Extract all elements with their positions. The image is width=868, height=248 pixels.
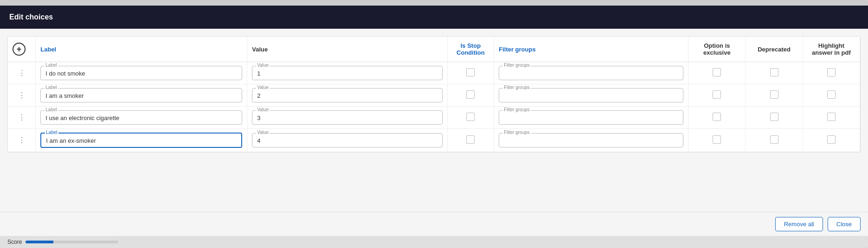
value-cell: Value [247, 84, 447, 107]
exclusive-cell [688, 84, 746, 107]
score-bar-container: Score [7, 239, 118, 245]
top-bar [0, 0, 868, 6]
highlight-checkbox[interactable] [827, 113, 836, 121]
exclusive-cell [688, 129, 746, 152]
highlight-cell [803, 129, 860, 152]
value-input[interactable] [257, 114, 437, 121]
stop-condition-checkbox[interactable] [466, 135, 475, 144]
stop-condition-checkbox[interactable] [466, 113, 475, 121]
filter-field-label: Filter groups [503, 107, 531, 112]
label-field-label: Label [45, 85, 58, 90]
choices-table-container: + Label Value Is Stop Condition Filter g [7, 36, 861, 153]
filter-groups-input[interactable] [504, 137, 678, 144]
filter-field-label: Filter groups [503, 63, 531, 68]
drag-handle[interactable]: ⋮ [8, 84, 36, 107]
label-cell: Label [36, 107, 247, 129]
label-field-wrapper: Label [40, 88, 242, 102]
filter-field-wrapper: Filter groups [499, 66, 683, 80]
value-field-label: Value [256, 107, 270, 112]
table-row: ⋮LabelValueFilter groups [8, 84, 860, 107]
stop-condition-cell [447, 129, 494, 152]
value-field-label: Value [256, 130, 270, 135]
deprecated-checkbox[interactable] [770, 135, 778, 144]
value-input[interactable] [257, 70, 437, 77]
highlight-cell [803, 84, 860, 107]
value-field-wrapper: Value [252, 66, 442, 80]
filter-groups-input[interactable] [504, 92, 678, 99]
label-input[interactable] [45, 70, 237, 77]
exclusive-cell [688, 62, 746, 84]
stop-condition-cell [447, 62, 494, 84]
filter-field-wrapper: Filter groups [499, 110, 683, 125]
deprecated-cell [746, 107, 803, 129]
label-cell: Label [36, 129, 247, 152]
table-row: ⋮LabelValueFilter groups [8, 107, 860, 129]
filter-field-label: Filter groups [503, 85, 531, 90]
highlight-cell [803, 62, 860, 84]
th-exclusive: Option is exclusive [688, 37, 746, 62]
dialog-title: Edit choices [9, 13, 53, 21]
dialog-body: + Label Value Is Stop Condition Filter g [0, 29, 868, 212]
exclusive-checkbox[interactable] [713, 68, 721, 76]
choices-table: + Label Value Is Stop Condition Filter g [8, 37, 860, 152]
drag-handle[interactable]: ⋮ [8, 62, 36, 84]
label-cell: Label [36, 62, 247, 84]
stop-condition-checkbox[interactable] [466, 90, 475, 99]
filter-groups-input[interactable] [504, 70, 678, 77]
value-field-label: Value [256, 85, 270, 90]
deprecated-checkbox[interactable] [770, 113, 778, 121]
deprecated-checkbox[interactable] [770, 90, 778, 99]
th-filter: Filter groups [494, 37, 688, 62]
label-cell: Label [36, 84, 247, 107]
drag-handle[interactable]: ⋮ [8, 129, 36, 152]
exclusive-checkbox[interactable] [713, 113, 721, 121]
deprecated-cell [746, 62, 803, 84]
remove-all-button[interactable]: Remove all [775, 217, 823, 231]
filter-groups-cell: Filter groups [494, 129, 688, 152]
deprecated-checkbox[interactable] [770, 68, 778, 76]
th-add: + [8, 37, 36, 62]
drag-handle[interactable]: ⋮ [8, 107, 36, 129]
deprecated-cell [746, 84, 803, 107]
value-field-label: Value [256, 63, 270, 68]
label-field-label: Label [45, 130, 58, 135]
filter-field-wrapper: Filter groups [499, 88, 683, 102]
label-input[interactable] [45, 92, 237, 99]
filter-groups-cell: Filter groups [494, 62, 688, 84]
highlight-checkbox[interactable] [827, 135, 836, 144]
score-bar-fill [26, 241, 53, 243]
label-input[interactable] [45, 114, 237, 121]
label-input[interactable] [46, 137, 237, 144]
th-label: Label [36, 37, 247, 62]
stop-condition-cell [447, 107, 494, 129]
add-choice-button[interactable]: + [13, 43, 26, 56]
exclusive-checkbox[interactable] [713, 90, 721, 99]
highlight-checkbox[interactable] [827, 90, 836, 99]
filter-field-wrapper: Filter groups [499, 133, 683, 147]
exclusive-checkbox[interactable] [713, 135, 721, 144]
bottom-bar: Score [0, 236, 868, 248]
filter-field-label: Filter groups [503, 130, 531, 135]
label-field-label: Label [45, 107, 58, 112]
value-field-wrapper: Value [252, 88, 442, 102]
deprecated-cell [746, 129, 803, 152]
value-field-wrapper: Value [252, 110, 442, 125]
filter-groups-cell: Filter groups [494, 84, 688, 107]
value-cell: Value [247, 107, 447, 129]
filter-groups-cell: Filter groups [494, 107, 688, 129]
table-row: ⋮LabelValueFilter groups [8, 62, 860, 84]
exclusive-cell [688, 107, 746, 129]
label-field-wrapper: Label [40, 66, 242, 80]
highlight-cell [803, 107, 860, 129]
th-deprecated: Deprecated [746, 37, 803, 62]
value-input[interactable] [257, 137, 437, 144]
filter-groups-input[interactable] [504, 114, 678, 121]
edit-choices-dialog: Edit choices + Label Value [0, 0, 868, 248]
stop-condition-cell [447, 84, 494, 107]
highlight-checkbox[interactable] [827, 68, 836, 76]
stop-condition-checkbox[interactable] [466, 68, 475, 76]
close-button[interactable]: Close [828, 217, 861, 231]
th-stop: Is Stop Condition [447, 37, 494, 62]
value-input[interactable] [257, 92, 437, 99]
value-cell: Value [247, 129, 447, 152]
